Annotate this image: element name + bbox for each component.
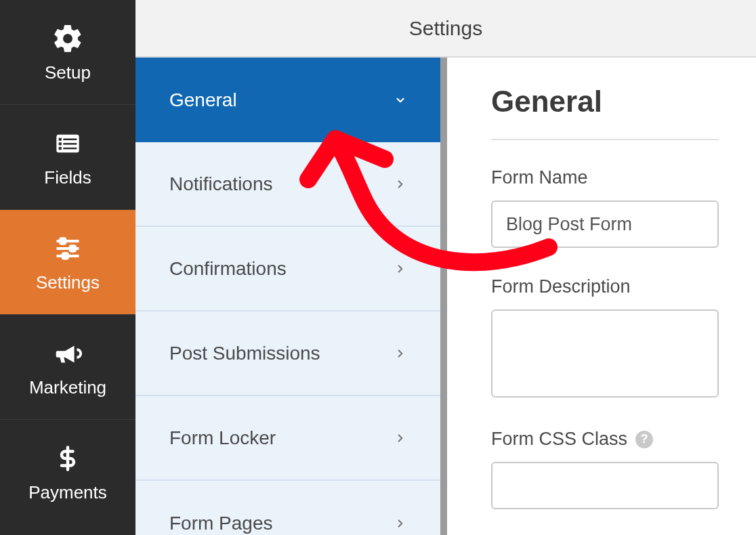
form-css-class-input[interactable] [491, 462, 719, 509]
submenu-label: General [169, 89, 237, 111]
topbar: Settings [135, 0, 756, 58]
submenu-item-general[interactable]: General [135, 58, 440, 142]
chevron-right-icon [394, 513, 406, 534]
megaphone-icon [51, 337, 85, 370]
list-icon [51, 127, 85, 160]
sidebar-item-settings[interactable]: Settings [0, 210, 135, 315]
submenu-label: Notifications [169, 173, 273, 195]
form-css-class-label: Form CSS Class [491, 429, 627, 450]
settings-submenu: General Notifications Confirmations Post… [135, 58, 447, 535]
svg-rect-10 [60, 238, 65, 243]
chevron-right-icon [394, 258, 406, 280]
submenu-item-notifications[interactable]: Notifications [135, 142, 440, 227]
main-panel: General Form Name Form Description Form … [454, 58, 756, 535]
main-sidebar: Setup Fields Settings Marketing Payments [0, 0, 135, 535]
field-group-form-css-class: Form CSS Class ? [491, 429, 719, 509]
chevron-right-icon [394, 343, 406, 364]
form-description-input[interactable] [491, 309, 719, 398]
divider [491, 139, 719, 140]
dollar-icon [51, 442, 85, 475]
sidebar-item-fields[interactable]: Fields [0, 105, 135, 210]
svg-rect-4 [63, 143, 77, 145]
section-title: General [491, 85, 719, 119]
sliders-icon [51, 232, 85, 265]
svg-rect-3 [59, 142, 62, 145]
form-description-label: Form Description [491, 276, 719, 297]
chevron-right-icon [394, 173, 406, 195]
sidebar-item-marketing[interactable]: Marketing [0, 315, 135, 420]
submenu-label: Post Submissions [169, 343, 320, 364]
svg-rect-1 [59, 137, 62, 140]
submenu-item-post-submissions[interactable]: Post Submissions [135, 312, 440, 396]
submenu-item-confirmations[interactable]: Confirmations [135, 227, 440, 312]
field-group-form-name: Form Name [491, 167, 719, 248]
submenu-label: Form Pages [169, 513, 273, 534]
sidebar-label: Payments [28, 482, 107, 503]
svg-rect-6 [63, 147, 77, 149]
sidebar-label: Setup [45, 62, 91, 83]
svg-rect-11 [70, 246, 75, 251]
submenu-item-form-locker[interactable]: Form Locker [135, 396, 440, 481]
svg-rect-5 [59, 147, 62, 150]
page-title: Settings [409, 17, 482, 40]
sidebar-label: Marketing [29, 377, 106, 398]
submenu-label: Form Locker [169, 427, 276, 449]
submenu-label: Confirmations [169, 258, 287, 280]
gear-icon [51, 22, 85, 56]
field-group-form-description: Form Description [491, 276, 719, 400]
submenu-item-form-pages[interactable]: Form Pages [135, 481, 440, 535]
form-name-label: Form Name [491, 167, 719, 188]
form-name-input[interactable] [491, 200, 719, 248]
svg-rect-2 [63, 138, 77, 140]
svg-rect-12 [63, 253, 68, 258]
sidebar-label: Fields [44, 167, 91, 188]
sidebar-item-payments[interactable]: Payments [0, 420, 135, 525]
chevron-right-icon [394, 427, 406, 449]
help-icon[interactable]: ? [635, 431, 653, 448]
sidebar-label: Settings [36, 272, 100, 293]
sidebar-item-setup[interactable]: Setup [0, 0, 135, 105]
chevron-down-icon [394, 89, 406, 111]
